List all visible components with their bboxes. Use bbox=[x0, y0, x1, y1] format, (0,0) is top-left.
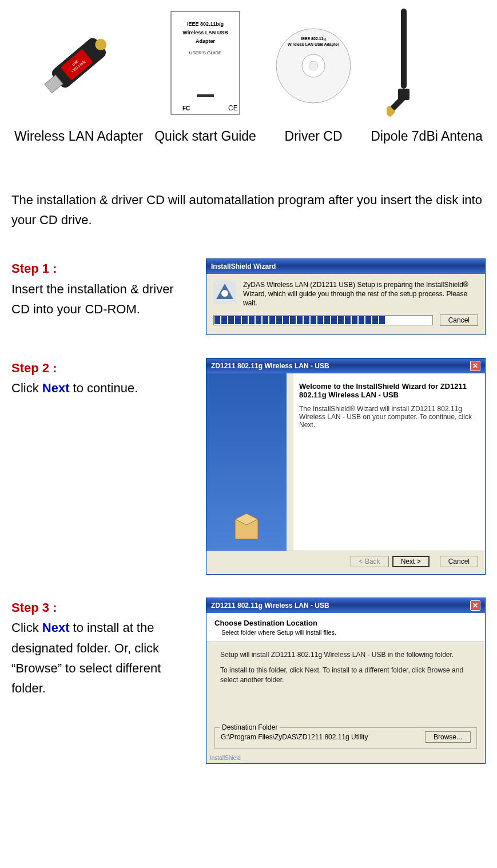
step-body: Insert the installation & driver CD into… bbox=[11, 279, 194, 319]
quick-start-guide-illustration: IEEE 802.11b/g Wireless LAN USB Adapter … bbox=[165, 9, 245, 117]
welcome-wizard-dialog: ZD1211 802.11g Wireless LAN - USB ✕ Welc… bbox=[206, 358, 486, 575]
package-item-antenna: Dipole 7dBi Antena bbox=[371, 6, 483, 144]
step-2-text: Step 2 : Click Next to continue. bbox=[11, 358, 194, 398]
dialog-button-row: < Back Next > Cancel bbox=[206, 551, 485, 574]
package-item-guide: IEEE 802.11b/g Wireless LAN USB Adapter … bbox=[154, 6, 256, 144]
body-line1: Setup will install ZD1211 802.11g Wirele… bbox=[220, 650, 471, 660]
svg-text:CE: CE bbox=[228, 104, 238, 112]
step-1-row: Step 1 : Insert the installation & drive… bbox=[11, 258, 486, 335]
step-3-text: Step 3 : Click Next to install at the de… bbox=[11, 598, 194, 698]
guide-image: IEEE 802.11b/g Wireless LAN USB Adapter … bbox=[165, 6, 245, 120]
destination-path: G:\Program Files\ZyDAS\ZD1211 802.11g Ut… bbox=[221, 733, 368, 741]
package-item-cd: IEEE 802.11g Wireless LAN USB Adapter Dr… bbox=[268, 6, 359, 144]
welcome-text: The InstallShield® Wizard will install Z… bbox=[299, 405, 479, 429]
antenna-image bbox=[387, 6, 467, 120]
step-body: Click Next to continue. bbox=[11, 378, 194, 398]
usb-adapter-illustration: USB +103.11b/g bbox=[27, 11, 130, 114]
progress-bar bbox=[213, 315, 433, 325]
svg-text:FC: FC bbox=[182, 105, 190, 112]
progress-row: Cancel bbox=[206, 314, 485, 335]
destination-folder-group: Destination Folder G:\Program Files\ZyDA… bbox=[214, 727, 477, 749]
installshield-status: InstallShield bbox=[206, 754, 485, 763]
package-contents-row: USB +103.11b/g Wireless LAN Adapter IEEE… bbox=[6, 6, 491, 150]
svg-rect-19 bbox=[401, 9, 407, 89]
intro-paragraph: The installation & driver CD will automa… bbox=[11, 190, 486, 230]
svg-rect-11 bbox=[197, 94, 214, 97]
wizard-sidebar-graphic bbox=[206, 373, 287, 551]
dialog-body: Setup will install ZD1211 802.11g Wirele… bbox=[206, 642, 485, 692]
driver-cd-illustration: IEEE 802.11g Wireless LAN USB Adapter bbox=[268, 17, 359, 109]
step-label: Step 3 : bbox=[11, 598, 194, 618]
dialog-header: Choose Destination Location Select folde… bbox=[206, 613, 485, 642]
close-icon[interactable]: ✕ bbox=[470, 361, 480, 371]
welcome-title: Welcome to the InstallShield Wizard for … bbox=[299, 382, 479, 399]
cd-image: IEEE 802.11g Wireless LAN USB Adapter bbox=[268, 6, 359, 120]
step-body: Click Next to install at the designated … bbox=[11, 618, 194, 698]
step-1-text: Step 1 : Insert the installation & drive… bbox=[11, 258, 194, 319]
svg-text:Wireless LAN USB: Wireless LAN USB bbox=[182, 30, 228, 35]
svg-text:IEEE 802.11g: IEEE 802.11g bbox=[301, 37, 326, 41]
next-button[interactable]: Next > bbox=[392, 556, 430, 567]
package-label: Quick start Guide bbox=[154, 129, 256, 144]
dialog-title: ZD1211 802.11g Wireless LAN - USB bbox=[211, 602, 329, 610]
dialog-body: Welcome to the InstallShield Wizard for … bbox=[206, 373, 485, 551]
box-icon bbox=[229, 511, 264, 545]
svg-point-16 bbox=[309, 61, 318, 70]
svg-rect-6 bbox=[171, 11, 240, 114]
package-label: Dipole 7dBi Antena bbox=[371, 129, 483, 144]
adapter-image: USB +103.11b/g bbox=[27, 6, 130, 120]
body-line2: To install to this folder, click Next. T… bbox=[220, 666, 471, 685]
package-label: Driver CD bbox=[285, 129, 343, 144]
svg-text:IEEE 802.11b/g: IEEE 802.11b/g bbox=[187, 21, 224, 27]
installshield-preparing-dialog: InstallShield Wizard ZyDAS Wireless LAN … bbox=[206, 258, 486, 335]
browse-button[interactable]: Browse... bbox=[425, 731, 471, 743]
dialog-body: ZyDAS Wireless LAN (ZD1211 USB) Setup is… bbox=[206, 274, 485, 314]
package-item-adapter: USB +103.11b/g Wireless LAN Adapter bbox=[14, 6, 143, 144]
cancel-button[interactable]: Cancel bbox=[440, 556, 478, 567]
dialog-title: InstallShield Wizard bbox=[211, 262, 276, 270]
dialog-titlebar: ZD1211 802.11g Wireless LAN - USB ✕ bbox=[206, 359, 485, 373]
svg-point-24 bbox=[221, 290, 228, 297]
svg-text:Adapter: Adapter bbox=[196, 38, 216, 44]
next-keyword: Next bbox=[42, 381, 70, 395]
dialog-titlebar: ZD1211 802.11g Wireless LAN - USB ✕ bbox=[206, 598, 485, 613]
dialog-titlebar: InstallShield Wizard bbox=[206, 259, 485, 274]
step-label: Step 1 : bbox=[11, 258, 194, 278]
cancel-button[interactable]: Cancel bbox=[440, 314, 478, 326]
dialog-message: ZyDAS Wireless LAN (ZD1211 USB) Setup is… bbox=[243, 281, 478, 308]
choose-destination-dialog: ZD1211 802.11g Wireless LAN - USB ✕ Choo… bbox=[206, 598, 486, 763]
back-button[interactable]: < Back bbox=[351, 556, 389, 567]
dipole-antenna-illustration bbox=[387, 6, 467, 120]
close-icon[interactable]: ✕ bbox=[470, 600, 480, 611]
svg-text:USER'S GUIDE: USER'S GUIDE bbox=[189, 50, 222, 55]
step-3-row: Step 3 : Click Next to install at the de… bbox=[11, 598, 486, 763]
header-title: Choose Destination Location bbox=[214, 619, 477, 627]
svg-text:Wireless LAN USB Adapter: Wireless LAN USB Adapter bbox=[288, 42, 339, 47]
installer-icon bbox=[213, 281, 236, 304]
destination-legend: Destination Folder bbox=[220, 723, 280, 731]
next-keyword: Next bbox=[42, 620, 70, 635]
step-2-row: Step 2 : Click Next to continue. ZD1211 … bbox=[11, 358, 486, 575]
package-label: Wireless LAN Adapter bbox=[14, 129, 143, 144]
header-subtitle: Select folder where Setup will install f… bbox=[221, 629, 477, 636]
step-label: Step 2 : bbox=[11, 358, 194, 378]
dialog-title: ZD1211 802.11g Wireless LAN - USB bbox=[211, 362, 329, 370]
wizard-main-panel: Welcome to the InstallShield Wizard for … bbox=[293, 373, 485, 551]
